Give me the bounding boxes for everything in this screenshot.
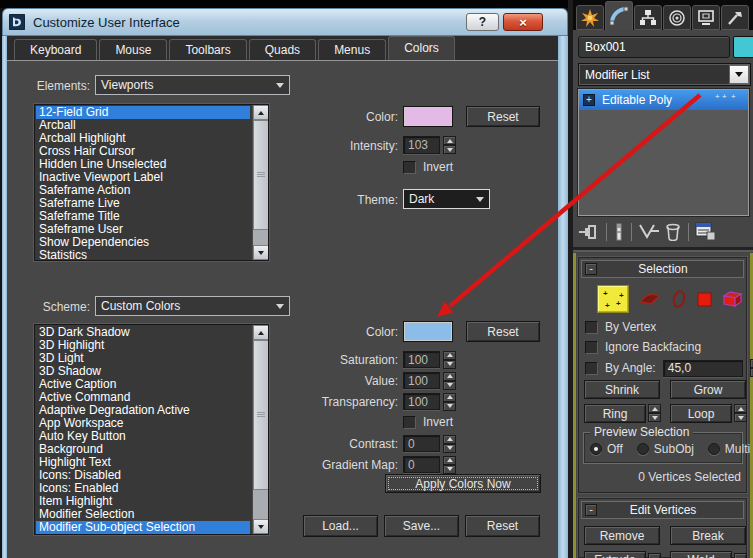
edge-subobject-button[interactable] xyxy=(639,291,661,307)
tab-motion[interactable] xyxy=(663,5,691,30)
selection-rollout-header[interactable]: - Selection xyxy=(581,260,744,278)
ring-spinner[interactable] xyxy=(648,404,661,423)
modifier-list-dropdown[interactable]: Modifier List xyxy=(578,63,751,86)
spin-row-field[interactable]: 0 xyxy=(403,435,440,452)
reset-color-button-bottom[interactable]: Reset xyxy=(466,321,540,342)
spinner-up-icon[interactable] xyxy=(734,404,747,413)
color-swatch-bottom[interactable] xyxy=(403,321,453,342)
scroll-up-button[interactable] xyxy=(253,105,269,120)
extrude-button[interactable]: Extrude xyxy=(584,551,646,558)
extrude-settings-button[interactable] xyxy=(648,553,661,558)
scheme-dropdown[interactable]: Custom Colors xyxy=(95,296,290,316)
spinner-up-icon[interactable] xyxy=(443,351,456,360)
pin-stack-icon[interactable] xyxy=(578,223,600,241)
intensity-spinner[interactable] xyxy=(443,136,456,154)
dialog-tab[interactable]: Toolbars xyxy=(169,39,246,60)
modifier-list-arrow-button[interactable] xyxy=(729,65,749,84)
element-subobject-button[interactable] xyxy=(722,290,743,308)
tab-hierarchy[interactable] xyxy=(634,5,662,30)
spin-row-spinner[interactable] xyxy=(443,372,456,390)
spinner-up-icon[interactable] xyxy=(648,404,661,413)
scroll-up-button[interactable] xyxy=(253,325,269,340)
spinner-down-icon[interactable] xyxy=(648,413,661,422)
preview-radio[interactable]: Off xyxy=(590,442,623,456)
border-subobject-button[interactable] xyxy=(671,289,687,309)
spinner-down-icon[interactable] xyxy=(443,360,456,369)
object-color-swatch[interactable] xyxy=(733,36,753,58)
invert-checkbox-bottom[interactable] xyxy=(403,416,416,429)
list-item[interactable]: Statistics xyxy=(36,249,250,261)
spinner-up-icon[interactable] xyxy=(443,136,456,145)
dialog-tab[interactable]: Quads xyxy=(249,39,316,60)
scroll-down-button[interactable] xyxy=(253,245,269,260)
reset-color-button-top[interactable]: Reset xyxy=(466,106,540,127)
tab-create[interactable] xyxy=(576,5,604,30)
theme-dropdown[interactable]: Dark xyxy=(403,189,490,209)
spinner-down-icon[interactable] xyxy=(443,145,456,154)
remove-modifier-icon[interactable] xyxy=(664,222,682,241)
expand-icon[interactable]: + xyxy=(583,94,595,106)
spinner-down-icon[interactable] xyxy=(443,444,456,453)
spin-row-field[interactable]: 100 xyxy=(403,393,440,410)
by-angle-field[interactable]: 45,0 xyxy=(663,360,743,377)
list-scrollbar[interactable] xyxy=(252,105,268,260)
list-item[interactable]: Modifier Sub-object Selection xyxy=(36,521,250,534)
by-vertex-checkbox[interactable] xyxy=(585,321,598,334)
spinner-down-icon[interactable] xyxy=(734,413,747,422)
vertex-subobject-button[interactable]: + + + + xyxy=(597,285,629,313)
spin-row-field[interactable]: 100 xyxy=(403,351,440,368)
ignore-backfacing-checkbox[interactable] xyxy=(585,341,598,354)
dialog-tab[interactable]: Mouse xyxy=(99,39,167,60)
tab-modify[interactable] xyxy=(605,1,633,30)
spinner-up-icon[interactable] xyxy=(443,456,456,465)
help-button[interactable]: ? xyxy=(466,13,499,31)
invert-checkbox-top[interactable] xyxy=(403,161,416,174)
tab-display[interactable] xyxy=(692,5,720,30)
save-button[interactable]: Save... xyxy=(384,515,459,537)
shrink-button[interactable]: Shrink xyxy=(584,380,660,399)
grow-button[interactable]: Grow xyxy=(670,380,746,399)
scroll-thumb[interactable] xyxy=(253,340,269,490)
loop-spinner[interactable] xyxy=(734,404,747,423)
dialog-tab[interactable]: Colors xyxy=(388,36,455,60)
spinner-down-icon[interactable] xyxy=(443,402,456,411)
dialog-tab[interactable]: Menus xyxy=(318,39,386,60)
spin-row-spinner[interactable] xyxy=(443,351,456,369)
spinner-down-icon[interactable] xyxy=(443,381,456,390)
weld-button[interactable]: Weld xyxy=(670,551,732,558)
close-button[interactable]: × xyxy=(503,13,543,31)
spinner-up-icon[interactable] xyxy=(443,393,456,402)
intensity-field[interactable]: 103 xyxy=(403,136,440,154)
dialog-tab[interactable]: Keyboard xyxy=(14,39,97,60)
apply-colors-now-button[interactable]: Apply Colors Now xyxy=(385,474,541,493)
spin-row-spinner[interactable] xyxy=(443,393,456,411)
color-swatch-top[interactable] xyxy=(403,106,453,127)
configure-modifier-sets-icon[interactable] xyxy=(695,222,716,241)
load-button[interactable]: Load... xyxy=(303,515,378,537)
preview-radio[interactable]: SubObj xyxy=(637,442,694,456)
remove-button[interactable]: Remove xyxy=(584,526,660,545)
modifier-stack[interactable]: + Editable Poly xyxy=(578,89,749,216)
loop-button[interactable]: Loop xyxy=(670,404,732,423)
polygon-subobject-button[interactable] xyxy=(697,292,712,307)
spin-row-spinner[interactable] xyxy=(443,456,456,474)
edit-vertices-rollout-header[interactable]: - Edit Vertices xyxy=(581,501,744,519)
elements-dropdown[interactable]: Viewports xyxy=(95,75,290,95)
show-end-result-icon[interactable] xyxy=(613,222,625,242)
object-name-field[interactable]: Box001 xyxy=(578,36,730,58)
spin-row-field[interactable]: 100 xyxy=(403,372,440,389)
spinner-up-icon[interactable] xyxy=(443,435,456,444)
make-unique-icon[interactable] xyxy=(638,223,660,241)
break-button[interactable]: Break xyxy=(670,526,746,545)
scheme-colors-list[interactable]: 3D Dark Shadow 3D Highlight 3D Light 3D … xyxy=(34,324,269,535)
reset-scheme-button[interactable]: Reset xyxy=(465,515,540,537)
weld-settings-button[interactable] xyxy=(734,553,747,558)
spinner-up-icon[interactable] xyxy=(443,372,456,381)
collapse-icon[interactable]: - xyxy=(585,263,597,275)
collapse-icon[interactable]: - xyxy=(585,504,597,516)
viewport-elements-list[interactable]: 12-Field Grid Arcball Arcball Highlight … xyxy=(34,104,269,261)
scroll-thumb[interactable] xyxy=(253,120,269,230)
spin-row-field[interactable]: 0 xyxy=(403,456,440,473)
ring-button[interactable]: Ring xyxy=(584,404,646,423)
by-angle-checkbox[interactable] xyxy=(585,362,598,375)
